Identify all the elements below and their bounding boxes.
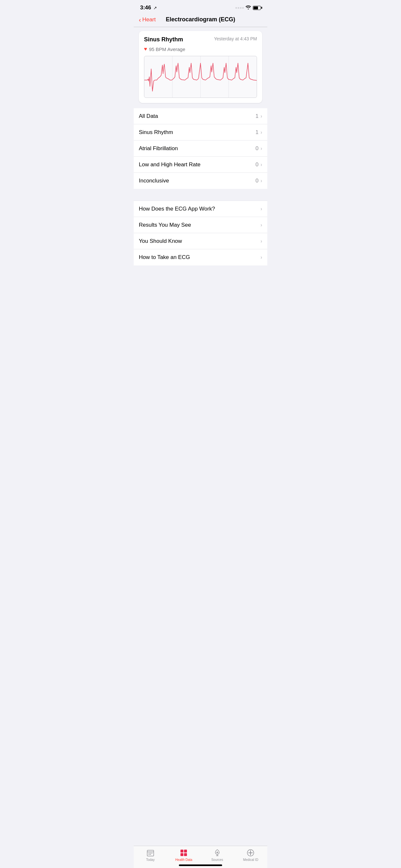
- low-high-heart-rate-right: 0 ›: [255, 161, 262, 168]
- inconclusive-row[interactable]: Inconclusive 0 ›: [134, 173, 267, 189]
- sinus-rhythm-label: Sinus Rhythm: [139, 129, 173, 135]
- how-to-take-ecg-chevron: ›: [260, 254, 262, 260]
- ecg-app-work-chevron: ›: [260, 206, 262, 212]
- location-icon: ↗: [153, 5, 157, 10]
- ecg-timestamp: Yesterday at 4:43 PM: [214, 36, 257, 41]
- all-data-count: 1: [255, 113, 258, 120]
- how-to-take-ecg-row[interactable]: How to Take an ECG ›: [134, 249, 267, 266]
- all-data-right: 1 ›: [255, 113, 262, 120]
- back-button[interactable]: ‹ Heart: [139, 17, 156, 23]
- all-data-label: All Data: [139, 113, 158, 120]
- status-time-area: 3:46 ↗: [140, 4, 157, 11]
- sinus-rhythm-chevron: ›: [260, 129, 262, 135]
- section-divider: [134, 189, 267, 200]
- ecg-bpm-row: ♥ 95 BPM Average: [144, 46, 257, 52]
- all-data-chevron: ›: [260, 113, 262, 119]
- ecg-chart: [144, 56, 257, 98]
- atrial-fibrillation-row[interactable]: Atrial Fibrillation 0 ›: [134, 141, 267, 157]
- atrial-fibrillation-chevron: ›: [260, 146, 262, 151]
- you-should-know-chevron: ›: [260, 238, 262, 244]
- atrial-fibrillation-label: Atrial Fibrillation: [139, 145, 178, 152]
- inconclusive-label: Inconclusive: [139, 178, 169, 184]
- all-data-row[interactable]: All Data 1 ›: [134, 108, 267, 124]
- how-to-take-ecg-label: How to Take an ECG: [139, 254, 190, 260]
- info-section: How Does the ECG App Work? › Results You…: [134, 200, 267, 266]
- low-high-heart-rate-label: Low and High Heart Rate: [139, 161, 201, 168]
- battery-icon: [253, 6, 261, 10]
- you-should-know-label: You Should Know: [139, 238, 182, 244]
- results-you-may-see-label: Results You May See: [139, 222, 191, 228]
- navigation-bar: ‹ Heart Electrocardiogram (ECG): [134, 13, 267, 27]
- results-you-may-see-chevron: ›: [260, 222, 262, 228]
- status-bar: 3:46 ↗: [134, 0, 267, 13]
- signal-icon: [235, 7, 244, 9]
- back-chevron-icon: ‹: [139, 17, 141, 23]
- ecg-card: Sinus Rhythm Yesterday at 4:43 PM ♥ 95 B…: [139, 31, 262, 103]
- bottom-spacer: [134, 266, 267, 275]
- atrial-fibrillation-right: 0 ›: [255, 145, 262, 152]
- heart-icon: ♥: [144, 46, 147, 52]
- ecg-card-header: Sinus Rhythm Yesterday at 4:43 PM: [144, 36, 257, 43]
- sinus-rhythm-right: 1 ›: [255, 129, 262, 135]
- low-high-heart-rate-chevron: ›: [260, 162, 262, 167]
- status-time: 3:46: [140, 4, 151, 11]
- you-should-know-row[interactable]: You Should Know ›: [134, 233, 267, 249]
- inconclusive-right: 0 ›: [255, 178, 262, 184]
- inconclusive-count: 0: [255, 178, 258, 184]
- results-you-may-see-row[interactable]: Results You May See ›: [134, 217, 267, 233]
- sinus-rhythm-count: 1: [255, 129, 258, 135]
- inconclusive-chevron: ›: [260, 178, 262, 184]
- low-high-heart-rate-row[interactable]: Low and High Heart Rate 0 ›: [134, 157, 267, 173]
- ecg-bpm-text: 95 BPM Average: [149, 46, 185, 52]
- low-high-heart-rate-count: 0: [255, 161, 258, 168]
- ecg-app-work-label: How Does the ECG App Work?: [139, 206, 215, 212]
- status-icons: [235, 5, 261, 10]
- wifi-icon: [246, 5, 251, 10]
- data-section: All Data 1 › Sinus Rhythm 1 › Atrial Fib…: [134, 108, 267, 189]
- back-label: Heart: [143, 17, 156, 23]
- atrial-fibrillation-count: 0: [255, 145, 258, 152]
- ecg-app-work-row[interactable]: How Does the ECG App Work? ›: [134, 201, 267, 217]
- sinus-rhythm-row[interactable]: Sinus Rhythm 1 ›: [134, 124, 267, 141]
- ecg-card-wrapper: Sinus Rhythm Yesterday at 4:43 PM ♥ 95 B…: [134, 27, 267, 108]
- page-title: Electrocardiogram (ECG): [166, 16, 235, 23]
- ecg-result-title: Sinus Rhythm: [144, 36, 183, 43]
